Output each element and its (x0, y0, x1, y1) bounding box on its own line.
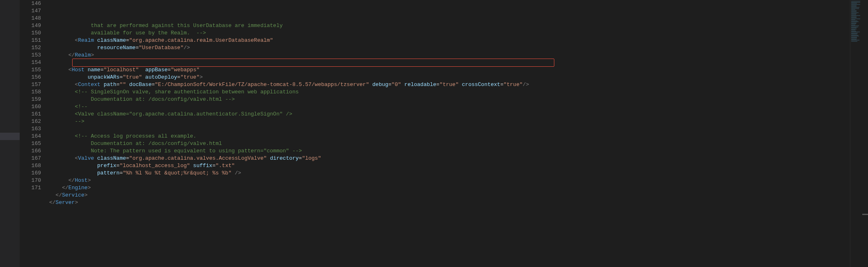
line-number: 159 (20, 96, 41, 103)
line-number: 165 (20, 140, 41, 147)
line-number: 168 (20, 162, 41, 170)
code-line[interactable]: Documentation at: /docs/config/valve.htm… (49, 96, 850, 103)
code-line[interactable]: </Realm> (49, 52, 850, 59)
code-line[interactable] (49, 206, 850, 214)
code-line[interactable]: <Valve className="org.apache.catalina.au… (49, 111, 850, 118)
line-number: 158 (20, 88, 41, 96)
line-number: 155 (20, 66, 41, 74)
activity-bar[interactable] (0, 0, 20, 267)
code-line[interactable]: resourceName="UserDatabase"/> (49, 44, 850, 52)
line-number: 162 (20, 118, 41, 125)
scrollbar-mark (862, 214, 868, 215)
code-line[interactable]: </Host> (49, 177, 850, 184)
code-line[interactable]: pattern="%h %l %u %t &quot;%r&quot; %s %… (49, 170, 850, 177)
code-line[interactable]: available for use by the Realm. --> (49, 29, 850, 37)
line-number: 167 (20, 155, 41, 162)
code-line[interactable]: that are performed against this UserData… (49, 22, 850, 29)
line-number: 157 (20, 81, 41, 88)
code-line[interactable]: </Service> (49, 192, 850, 199)
line-number: 147 (20, 7, 41, 15)
code-line[interactable]: <!-- Access log processes all example. (49, 133, 850, 140)
line-number: 170 (20, 177, 41, 184)
line-number: 163 (20, 125, 41, 133)
code-line[interactable]: <Valve className="org.apache.catalina.va… (49, 155, 850, 162)
line-number: 150 (20, 29, 41, 37)
code-line[interactable]: </Engine> (49, 184, 850, 192)
line-number: 164 (20, 133, 41, 140)
code-line[interactable]: <!-- SingleSignOn valve, share authentic… (49, 88, 850, 96)
line-number: 161 (20, 111, 41, 118)
code-editor[interactable]: that are performed against this UserData… (49, 0, 850, 267)
line-number: 166 (20, 147, 41, 155)
code-line[interactable] (49, 59, 850, 66)
code-line[interactable]: --> (49, 118, 850, 125)
editor-area: 1461471481491501511521531541551561571581… (0, 0, 868, 267)
code-line[interactable]: unpackWARs="true" autoDeploy="true"> (49, 74, 850, 81)
code-line[interactable]: Note: The pattern used is equivalent to … (49, 147, 850, 155)
code-line[interactable]: <Context path="" docBase="E:/ChampionSof… (49, 81, 850, 88)
code-line[interactable]: <!-- (49, 103, 850, 111)
vertical-scrollbar[interactable] (862, 0, 868, 267)
line-number: 156 (20, 74, 41, 81)
code-line[interactable] (49, 125, 850, 133)
line-number: 152 (20, 44, 41, 52)
line-number: 148 (20, 15, 41, 22)
line-number: 151 (20, 37, 41, 44)
line-number-gutter[interactable]: 1461471481491501511521531541551561571581… (20, 0, 49, 267)
current-line-indicator (0, 133, 20, 140)
minimap-content (851, 1, 861, 42)
code-line[interactable]: <Host name="localhost" appBase="webapps" (49, 66, 850, 74)
code-line[interactable]: Documentation at: /docs/config/valve.htm… (49, 140, 850, 147)
line-number: 154 (20, 59, 41, 66)
line-number: 146 (20, 0, 41, 7)
minimap[interactable] (850, 0, 862, 267)
line-number: 153 (20, 52, 41, 59)
code-line[interactable]: prefix="localhost_access_log" suffix=".t… (49, 162, 850, 170)
line-number: 160 (20, 103, 41, 111)
code-line[interactable]: </Server> (49, 199, 850, 206)
line-number: 149 (20, 22, 41, 29)
line-number: 169 (20, 170, 41, 177)
code-line[interactable]: <Realm className="org.apache.catalina.re… (49, 37, 850, 44)
line-number: 171 (20, 184, 41, 192)
